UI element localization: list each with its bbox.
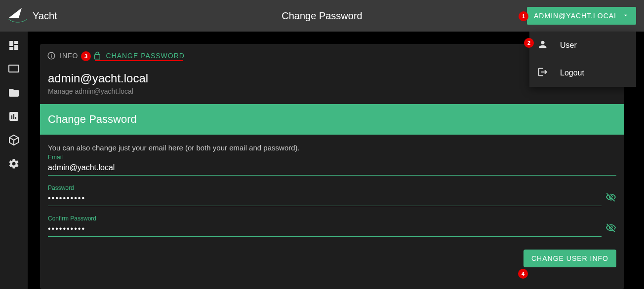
sidebar [0, 32, 28, 289]
user-menu-item-user[interactable]: User [529, 32, 636, 59]
dropdown-label: Logout [560, 69, 584, 77]
app-header: Yacht Change Password ADMIN@YACHT.LOCAL [0, 0, 644, 32]
user-menu-item-logout[interactable]: Logout [529, 59, 636, 87]
tab-label: CHANGE PASSWORD [106, 52, 184, 60]
confirm-password-field[interactable] [48, 222, 602, 237]
card-subtitle: Manage admin@yacht.local [48, 87, 616, 95]
annotation-line-3 [95, 60, 183, 61]
password-field[interactable] [48, 192, 602, 206]
book-icon[interactable] [8, 110, 20, 122]
lock-icon [93, 51, 102, 60]
toggle-password-visibility[interactable] [602, 192, 616, 204]
user-chip-label: ADMIN@YACHT.LOCAL [534, 12, 618, 20]
eye-off-icon [605, 222, 616, 233]
dropdown-label: User [560, 41, 577, 50]
toggle-confirm-visibility[interactable] [602, 222, 616, 235]
change-user-info-button[interactable]: CHANGE USER INFO [523, 250, 616, 267]
confirm-field-wrap: Confirm Password [48, 215, 616, 237]
change-password-section: Change Password You can also change just… [40, 104, 624, 271]
user-menu-dropdown: User Logout [529, 32, 636, 87]
password-field-wrap: Password [48, 184, 616, 206]
folder-icon[interactable] [8, 87, 20, 99]
dashboard-icon[interactable] [8, 39, 20, 51]
password-label: Password [48, 184, 616, 191]
user-menu-chip[interactable]: ADMIN@YACHT.LOCAL [527, 7, 636, 25]
cube-icon[interactable] [8, 134, 20, 146]
section-description: You can also change just your email here… [48, 144, 616, 152]
eye-off-icon [605, 192, 616, 203]
section-title: Change Password [40, 104, 624, 135]
app-name: Yacht [33, 10, 57, 22]
email-field-wrap: Email [48, 154, 616, 176]
email-label: Email [48, 154, 616, 161]
page-title: Change Password [282, 10, 362, 22]
tab-label: INFO [60, 52, 78, 60]
yacht-logo-icon [8, 7, 28, 25]
chevron-down-icon [622, 12, 629, 20]
user-icon [537, 39, 548, 52]
logout-icon [537, 67, 548, 79]
tab-change-password[interactable]: CHANGE PASSWORD [93, 51, 184, 60]
form-actions: CHANGE USER INFO [40, 246, 624, 271]
confirm-label: Confirm Password [48, 215, 616, 222]
info-icon [47, 51, 56, 60]
gear-icon[interactable] [8, 158, 20, 170]
app-brand: Yacht [8, 7, 57, 25]
monitor-icon[interactable] [8, 63, 20, 75]
email-field[interactable] [48, 161, 616, 176]
tab-info[interactable]: INFO [47, 51, 78, 60]
